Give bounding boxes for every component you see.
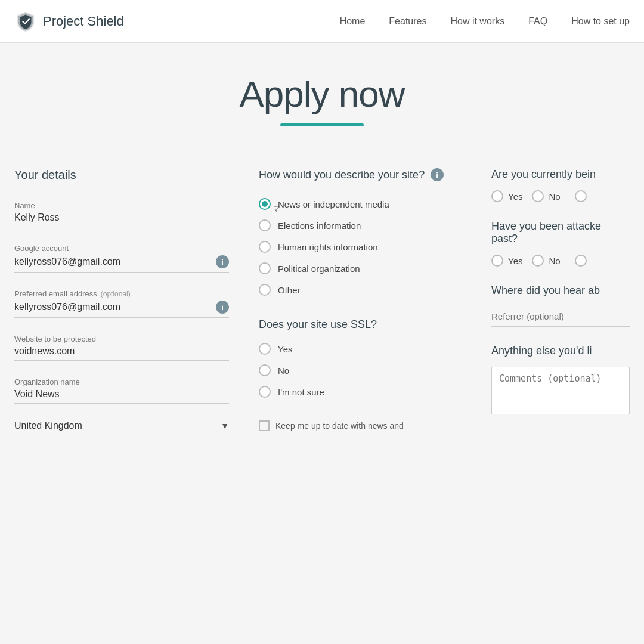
newsletter-label: Keep me up to date with news and [275,421,404,431]
site-desc-other-label: Other [278,285,301,295]
nav-features[interactable]: Features [389,16,426,27]
google-account-field-group: Google account kellyross076@gmail.com i [14,244,229,273]
google-account-label: Google account [14,244,229,253]
org-name-field-group: Organization name Void News [14,377,229,404]
your-details-heading: Your details [14,168,229,182]
site-desc-heading: How would you describe your site? i [259,168,467,181]
site-desc-human-rights-radio[interactable] [259,241,271,253]
ssl-no-item[interactable]: No [259,360,467,381]
site-desc-political-label: Political organization [278,264,360,274]
shield-logo-icon [14,10,37,33]
referrer-input[interactable] [491,306,630,327]
ssl-not-sure-label: I'm not sure [278,387,324,397]
right-column: Are you currently bein Yes No Have you b… [479,168,630,452]
ssl-section: Does your site use SSL? Yes No I'm not s… [259,318,467,402]
ssl-no-label: No [278,366,289,376]
form-area: Your details Name Kelly Ross Google acco… [0,150,644,476]
referrer-heading: Where did you hear ab [491,284,630,297]
name-field-group: Name Kelly Ross [14,201,229,227]
ssl-not-sure-radio[interactable] [259,386,271,398]
nav-how-to-setup[interactable]: How to set up [571,16,630,27]
website-field-group: Website to be protected voidnews.com [14,335,229,361]
comments-heading: Anything else you'd li [491,345,630,357]
currently-attacked-yes-item[interactable]: Yes [491,190,522,202]
site-desc-elections-item[interactable]: Elections information [259,215,467,236]
ssl-yes-label: Yes [278,344,292,354]
dropdown-arrow-icon: ▼ [221,421,229,431]
currently-attacked-extra-radio[interactable] [575,190,587,202]
navbar: Project Shield Home Features How it work… [0,0,644,43]
attacked-past-yes-label: Yes [508,256,522,266]
site-desc-elections-radio[interactable] [259,219,271,231]
attacked-past-yes-radio[interactable] [491,255,503,267]
logo-text: Project Shield [43,14,124,29]
page-title: Apply now [0,73,644,115]
country-value: United Kingdom [14,420,82,431]
site-desc-news-radio[interactable] [259,198,271,210]
attacked-past-section: Have you been attacke past? Yes No [491,220,630,267]
name-value[interactable]: Kelly Ross [14,212,229,227]
currently-attacked-heading: Are you currently bein [491,168,630,181]
country-field-group: United Kingdom ▼ [14,420,229,435]
email-info-icon[interactable]: i [216,301,229,314]
site-desc-info-icon[interactable]: i [431,168,444,181]
site-desc-options: News or independent media Elections info… [259,193,467,301]
attacked-past-options: Yes No [491,255,630,267]
comments-section: Anything else you'd li [491,345,630,417]
hero-section: Apply now [0,43,644,150]
ssl-yes-radio[interactable] [259,343,271,355]
country-dropdown[interactable]: United Kingdom ▼ [14,420,229,435]
your-details-column: Your details Name Kelly Ross Google acco… [14,168,247,452]
site-desc-other-radio[interactable] [259,284,271,296]
currently-attacked-no-item[interactable]: No [532,190,560,202]
email-field-group: Preferred email address (optional) kelly… [14,289,229,318]
title-underline [280,123,364,126]
attacked-past-no-label: No [549,256,560,266]
site-desc-human-rights-item[interactable]: Human rights information [259,236,467,258]
name-label: Name [14,201,229,210]
google-account-value[interactable]: kellyross076@gmail.com i [14,255,229,273]
currently-attacked-no-radio[interactable] [532,190,544,202]
ssl-heading: Does your site use SSL? [259,318,467,331]
ssl-no-radio[interactable] [259,364,271,376]
currently-attacked-yes-label: Yes [508,191,522,202]
org-name-label: Organization name [14,377,229,386]
attacked-past-extra-radio[interactable] [575,255,587,267]
logo-link[interactable]: Project Shield [14,10,124,33]
google-account-info-icon[interactable]: i [216,255,229,268]
attacked-past-no-item[interactable]: No [532,255,560,267]
currently-attacked-yes-radio[interactable] [491,190,503,202]
currently-attacked-no-label: No [549,191,560,202]
website-label: Website to be protected [14,335,229,343]
site-desc-elections-label: Elections information [278,221,361,231]
site-desc-column: How would you describe your site? i News… [247,168,479,452]
nav-faq[interactable]: FAQ [528,16,547,27]
site-desc-political-item[interactable]: Political organization [259,258,467,279]
site-desc-human-rights-label: Human rights information [278,242,378,252]
currently-attacked-options: Yes No [491,190,630,202]
site-desc-news-label: News or independent media [278,199,389,209]
attacked-past-yes-item[interactable]: Yes [491,255,522,267]
site-desc-political-radio[interactable] [259,262,271,274]
nav-links: Home Features How it works FAQ How to se… [340,16,630,27]
site-desc-news-item[interactable]: News or independent media [259,193,467,215]
comments-textarea[interactable] [491,367,630,414]
website-value[interactable]: voidnews.com [14,346,229,361]
newsletter-checkbox[interactable] [259,420,270,431]
email-value[interactable]: kellyross076@gmail.com i [14,301,229,318]
ssl-not-sure-item[interactable]: I'm not sure [259,381,467,402]
attacked-past-no-radio[interactable] [532,255,544,267]
site-desc-other-item[interactable]: Other [259,279,467,301]
referrer-section: Where did you hear ab [491,284,630,327]
attacked-past-heading: Have you been attacke past? [491,220,630,245]
org-name-value[interactable]: Void News [14,389,229,404]
ssl-yes-item[interactable]: Yes [259,338,467,360]
nav-home[interactable]: Home [340,16,366,27]
ssl-options: Yes No I'm not sure [259,338,467,402]
nav-how-it-works[interactable]: How it works [450,16,504,27]
newsletter-row: Keep me up to date with news and [259,420,467,431]
email-label: Preferred email address (optional) [14,289,229,298]
